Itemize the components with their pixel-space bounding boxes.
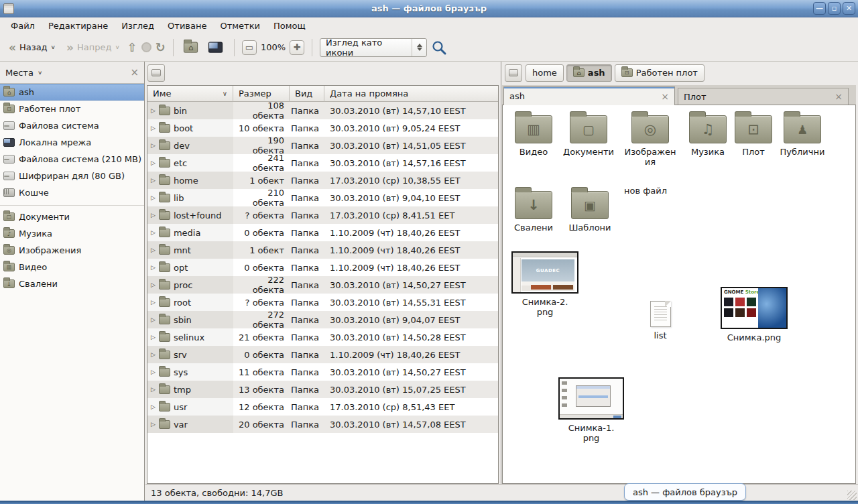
expander-icon[interactable]: ▷ bbox=[151, 386, 156, 393]
menu-item[interactable]: Помощ bbox=[267, 19, 312, 33]
expander-icon[interactable]: ▷ bbox=[151, 421, 156, 428]
table-row[interactable]: ▷ home 1 обект Папка 17.03.2010 (ср) 10,… bbox=[147, 172, 498, 189]
file-snimka1[interactable]: Снимка-1. png bbox=[556, 377, 626, 444]
expander-icon[interactable]: ▷ bbox=[151, 212, 156, 218]
table-row[interactable]: ▷ boot 10 обекта Папка 30.03.2010 (вт) 9… bbox=[147, 119, 498, 137]
sidebar-selector-caret[interactable]: ∨ bbox=[38, 70, 42, 76]
breadcrumb-home[interactable]: home bbox=[526, 64, 564, 82]
file-snimka2[interactable]: GUADEC Снимка-2. png bbox=[509, 251, 580, 318]
sidebar-item[interactable]: Локална мрежа bbox=[0, 134, 144, 151]
location-icon-button[interactable] bbox=[147, 64, 165, 82]
expander-icon[interactable]: ▷ bbox=[151, 160, 156, 166]
expander-icon[interactable]: ▷ bbox=[151, 369, 156, 375]
expander-icon[interactable]: ▷ bbox=[151, 334, 156, 340]
sidebar-item[interactable]: ash bbox=[0, 84, 144, 101]
expander-icon[interactable]: ▷ bbox=[151, 264, 156, 271]
file-list[interactable]: list bbox=[640, 297, 680, 341]
column-header-date[interactable]: Дата на промяна bbox=[324, 86, 498, 102]
table-row[interactable]: ▷ proc 222 обекта Папка 30.03.2010 (вт) … bbox=[147, 276, 498, 294]
sidebar-item[interactable]: Изображения bbox=[0, 242, 144, 259]
reload-button[interactable]: ↻ bbox=[156, 42, 166, 54]
grid-item[interactable]: Шаблони bbox=[562, 186, 618, 233]
table-row[interactable]: ▷ selinux 21 обекта Папка 30.03.2010 (вт… bbox=[147, 328, 498, 346]
tab-close-icon[interactable]: × bbox=[835, 91, 843, 102]
breadcrumb-ash[interactable]: ash bbox=[566, 64, 612, 82]
menu-item[interactable]: Отиване bbox=[161, 19, 213, 33]
search-icon[interactable] bbox=[431, 40, 447, 56]
table-row[interactable]: ▷ bin 108 обекта Папка 30.03.2010 (вт) 1… bbox=[147, 102, 498, 119]
tab-ash[interactable]: ash × bbox=[503, 86, 675, 105]
home-button[interactable] bbox=[184, 42, 198, 52]
sidebar-item[interactable]: Файлова система bbox=[0, 117, 144, 134]
minimize-button[interactable]: — bbox=[813, 2, 826, 15]
titlebar[interactable]: ash — файлов браузър — ▫ ✕ bbox=[0, 0, 858, 17]
tab-plot[interactable]: Плот × bbox=[678, 88, 849, 105]
grid-item[interactable]: Видео bbox=[505, 111, 562, 158]
computer-button[interactable] bbox=[208, 42, 223, 52]
back-history-caret[interactable]: ∨ bbox=[51, 44, 56, 50]
grid-item[interactable]: Плот bbox=[725, 111, 782, 158]
menu-item[interactable]: Изглед bbox=[115, 19, 161, 33]
expander-icon[interactable]: ▷ bbox=[151, 177, 156, 184]
column-header-size[interactable]: Размер bbox=[233, 86, 290, 102]
menu-item[interactable]: Редактиране bbox=[42, 19, 115, 33]
sidebar-item[interactable]: Кошче bbox=[0, 184, 144, 201]
breadcrumb-desktop[interactable]: Работен плот bbox=[615, 64, 704, 82]
column-header-type[interactable]: Вид bbox=[290, 86, 324, 102]
stop-button[interactable] bbox=[141, 42, 151, 52]
expander-icon[interactable]: ▷ bbox=[151, 351, 156, 358]
expander-icon[interactable]: ▷ bbox=[151, 247, 156, 253]
expander-icon[interactable]: ▷ bbox=[151, 316, 156, 323]
table-row[interactable]: ▷ opt 0 обекта Папка 1.10.2009 (чт) 18,4… bbox=[147, 259, 498, 276]
view-mode-select[interactable]: Изглед като икони bbox=[320, 38, 427, 57]
table-row[interactable]: ▷ root ? обекта Папка 30.03.2010 (вт) 14… bbox=[147, 294, 498, 311]
table-row[interactable]: ▷ dev 190 обекта Папка 30.03.2010 (вт) 1… bbox=[147, 137, 498, 154]
table-row[interactable]: ▷ sbin 272 обекта Папка 30.03.2010 (вт) … bbox=[147, 311, 498, 328]
table-row[interactable]: ▷ usr 12 обекта Папка 17.03.2010 (ср) 8,… bbox=[147, 398, 498, 416]
expander-icon[interactable]: ▷ bbox=[151, 142, 156, 149]
close-button[interactable]: ✕ bbox=[843, 2, 855, 15]
up-button[interactable]: ⇧ bbox=[127, 42, 137, 54]
expander-icon[interactable]: ▷ bbox=[151, 299, 156, 306]
sidebar-item[interactable]: Файлова система (210 MB) bbox=[0, 151, 144, 168]
table-row[interactable]: ▷ tmp 13 обекта Папка 30.03.2010 (вт) 15… bbox=[147, 381, 498, 398]
forward-button[interactable]: » Напред ∨ bbox=[63, 40, 123, 55]
menu-item[interactable]: Файл bbox=[4, 19, 42, 33]
table-row[interactable]: ▷ sys 11 обекта Папка 30.03.2010 (вт) 14… bbox=[147, 363, 498, 381]
sidebar-item[interactable]: Свалени bbox=[0, 275, 144, 292]
table-row[interactable]: ▷ var 20 обекта Папка 30.03.2010 (вт) 14… bbox=[147, 416, 498, 433]
expander-icon[interactable]: ▷ bbox=[151, 194, 156, 201]
expander-icon[interactable]: ▷ bbox=[151, 125, 156, 131]
sidebar-item[interactable]: Музика bbox=[0, 225, 144, 242]
sidebar-item[interactable]: Работен плот bbox=[0, 101, 144, 117]
location-icon-button[interactable] bbox=[505, 64, 522, 82]
table-row[interactable]: ▷ mnt 1 обект Папка 1.10.2009 (чт) 18,40… bbox=[147, 241, 498, 259]
menu-item[interactable]: Отметки bbox=[213, 19, 266, 33]
table-row[interactable]: ▷ srv 0 обекта Папка 1.10.2009 (чт) 18,4… bbox=[147, 346, 498, 363]
expander-icon[interactable]: ▷ bbox=[151, 281, 156, 288]
file-snimka[interactable]: GNOME Store Снимка.png bbox=[719, 287, 790, 343]
column-header-name[interactable]: Име ∨ bbox=[147, 86, 233, 102]
grid-item[interactable]: Свалени bbox=[505, 186, 562, 233]
expander-icon[interactable]: ▷ bbox=[151, 107, 156, 114]
zoom-out-button[interactable]: ▭ bbox=[242, 40, 257, 55]
resize-grip[interactable] bbox=[847, 491, 857, 500]
grid-item[interactable]: нов файл bbox=[617, 186, 674, 196]
forward-history-caret[interactable]: ∨ bbox=[115, 44, 119, 50]
sidebar-item[interactable]: Документи bbox=[0, 208, 144, 225]
maximize-button[interactable]: ▫ bbox=[828, 2, 841, 15]
grid-item[interactable]: Изображения bbox=[622, 111, 678, 168]
icon-view[interactable]: Видео Документи Изображения Музика Плот bbox=[502, 105, 856, 484]
sidebar-item[interactable]: Видео bbox=[0, 259, 144, 275]
tab-close-icon[interactable]: × bbox=[661, 91, 669, 102]
sidebar-item[interactable]: Шифриран дял (80 GB) bbox=[0, 168, 144, 184]
expander-icon[interactable]: ▷ bbox=[151, 229, 156, 236]
table-row[interactable]: ▷ media 0 обекта Папка 1.10.2009 (чт) 18… bbox=[147, 224, 498, 241]
table-row[interactable]: ▷ lost+found ? обекта Папка 17.03.2010 (… bbox=[147, 206, 498, 224]
back-button[interactable]: « Назад ∨ bbox=[5, 40, 59, 55]
zoom-in-button[interactable]: ✚ bbox=[290, 40, 304, 55]
table-row[interactable]: ▷ lib 210 обекта Папка 30.03.2010 (вт) 9… bbox=[147, 189, 498, 206]
table-row[interactable]: ▷ etc 241 обекта Папка 30.03.2010 (вт) 1… bbox=[147, 154, 498, 172]
expander-icon[interactable]: ▷ bbox=[151, 403, 156, 410]
grid-item[interactable]: Документи bbox=[560, 111, 617, 158]
